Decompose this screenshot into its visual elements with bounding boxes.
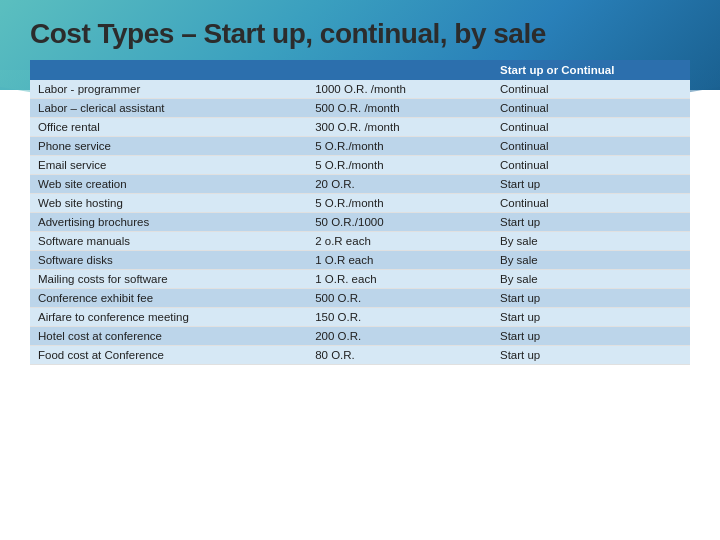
row-value: 500 O.R. [307,289,492,308]
row-name: Conference exhibit fee [30,289,307,308]
row-type: Start up [492,175,690,194]
table-row: Mailing costs for software1 O.R. eachBy … [30,270,690,289]
row-value: 500 O.R. /month [307,99,492,118]
table-row: Conference exhibit fee500 O.R.Start up [30,289,690,308]
row-value: 1000 O.R. /month [307,80,492,99]
row-value: 2 o.R each [307,232,492,251]
table-row: Web site creation20 O.R.Start up [30,175,690,194]
row-type: Start up [492,327,690,346]
table-row: Labor – clerical assistant500 O.R. /mont… [30,99,690,118]
row-name: Web site creation [30,175,307,194]
row-name: Email service [30,156,307,175]
row-value: 5 O.R./month [307,137,492,156]
row-name: Office rental [30,118,307,137]
row-name: Software disks [30,251,307,270]
table-row: Airfare to conference meeting150 O.R.Sta… [30,308,690,327]
row-type: Continual [492,194,690,213]
row-name: Labor – clerical assistant [30,99,307,118]
table-row: Office rental300 O.R. /monthContinual [30,118,690,137]
row-type: Continual [492,118,690,137]
row-name: Phone service [30,137,307,156]
row-value: 300 O.R. /month [307,118,492,137]
row-type: Start up [492,289,690,308]
row-value: 80 O.R. [307,346,492,365]
row-name: Software manuals [30,232,307,251]
table-row: Software disks1 O.R eachBy sale [30,251,690,270]
table-row: Phone service5 O.R./monthContinual [30,137,690,156]
row-type: Start up [492,213,690,232]
table-row: Food cost at Conference80 O.R.Start up [30,346,690,365]
row-value: 5 O.R./month [307,194,492,213]
row-type: Continual [492,156,690,175]
row-name: Labor - programmer [30,80,307,99]
row-value: 20 O.R. [307,175,492,194]
table-row: Advertising brochures50 O.R./1000Start u… [30,213,690,232]
row-type: Continual [492,137,690,156]
row-value: 50 O.R./1000 [307,213,492,232]
row-type: Start up [492,308,690,327]
main-content: Start up or Continual Labor - programmer… [0,60,720,375]
row-name: Mailing costs for software [30,270,307,289]
row-name: Web site hosting [30,194,307,213]
row-name: Food cost at Conference [30,346,307,365]
row-type: Continual [492,80,690,99]
row-value: 150 O.R. [307,308,492,327]
row-value: 5 O.R./month [307,156,492,175]
table-body: Labor - programmer1000 O.R. /monthContin… [30,80,690,365]
row-type: Start up [492,346,690,365]
table-header-row: Start up or Continual [30,60,690,80]
row-type: By sale [492,251,690,270]
row-value: 1 O.R. each [307,270,492,289]
table-row: Email service5 O.R./monthContinual [30,156,690,175]
table-row: Web site hosting5 O.R./monthContinual [30,194,690,213]
page-title: Cost Types – Start up, continual, by sal… [0,0,720,60]
row-name: Hotel cost at conference [30,327,307,346]
row-value: 200 O.R. [307,327,492,346]
table-row: Software manuals2 o.R eachBy sale [30,232,690,251]
row-type: Continual [492,99,690,118]
cost-table: Start up or Continual Labor - programmer… [30,60,690,365]
row-type: By sale [492,232,690,251]
row-type: By sale [492,270,690,289]
col-header-type: Start up or Continual [492,60,690,80]
col-header-name [30,60,307,80]
table-row: Labor - programmer1000 O.R. /monthContin… [30,80,690,99]
col-header-value [307,60,492,80]
row-value: 1 O.R each [307,251,492,270]
row-name: Airfare to conference meeting [30,308,307,327]
row-name: Advertising brochures [30,213,307,232]
table-row: Hotel cost at conference200 O.R.Start up [30,327,690,346]
